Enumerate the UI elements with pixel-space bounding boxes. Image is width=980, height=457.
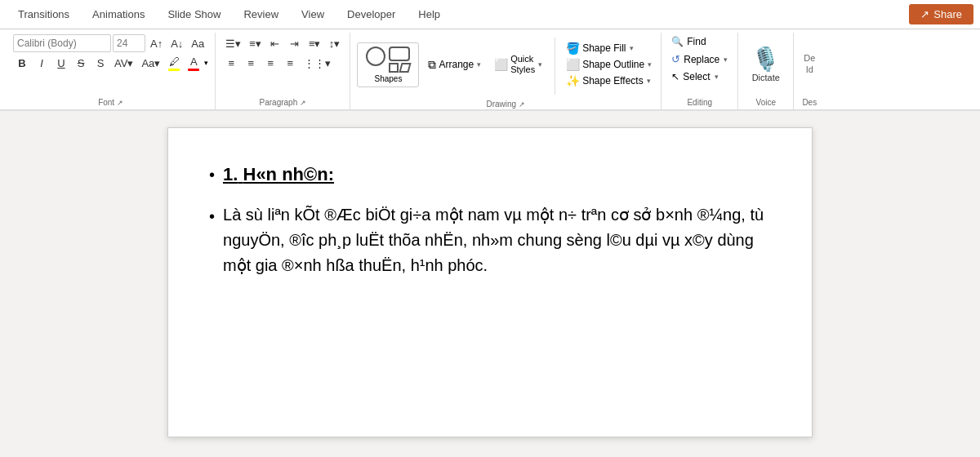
list-item-2: • Là sù liªn kÕt ®Æc biÖt gi÷a một nam v…: [209, 202, 771, 278]
line-spacing-button[interactable]: ↕▾: [325, 34, 343, 52]
designer-group: De Id Des: [794, 33, 825, 109]
para-row-2: ≡ ≡ ≡ ≡ ⋮⋮▾: [222, 54, 334, 72]
arrange-arrow: ▾: [477, 60, 481, 69]
shapes-button[interactable]: Shapes: [357, 42, 419, 87]
editing-group-content: 🔍 Find ↺ Replace ▾ ↖ Select ▾: [668, 34, 731, 96]
arrange-button[interactable]: ⧉ Arrange ▾: [424, 56, 485, 73]
justify-button[interactable]: ≡: [281, 54, 299, 72]
parallelogram-icon: [399, 63, 412, 73]
replace-button[interactable]: ↺ Replace ▾: [668, 51, 731, 67]
shape-effects-arrow: ▾: [647, 77, 651, 85]
quick-styles-button[interactable]: ⬜ Quick Styles ▾: [490, 52, 546, 77]
select-icon: ↖: [671, 71, 679, 82]
align-center-button[interactable]: ≡: [242, 54, 260, 72]
quick-styles-arrow: ▾: [538, 60, 542, 69]
list-level-button[interactable]: ≡▾: [305, 34, 324, 52]
slide[interactable]: • 1. H«n nh©n: • Là sù liªn kÕt ®Æc biÖt…: [167, 127, 813, 437]
numbering-button[interactable]: ≡▾: [246, 34, 265, 52]
tab-help[interactable]: Help: [407, 2, 452, 27]
shape-outline-button[interactable]: ⬜ Shape Outline ▾: [564, 57, 654, 72]
slide-heading: 1. H«n nh©n:: [223, 161, 334, 188]
share-icon: ↗: [920, 8, 929, 20]
select-arrow: ▾: [715, 73, 719, 81]
replace-icon: ↺: [671, 53, 680, 65]
rounded-rect-icon: [389, 47, 410, 61]
align-left-button[interactable]: ≡: [222, 54, 240, 72]
font-expand-icon[interactable]: ↗: [117, 99, 123, 107]
shape-commands: 🪣 Shape Fill ▾ ⬜ Shape Outline ▾ ✨ Shape…: [564, 41, 654, 88]
shape-effects-label: Shape Effects: [582, 75, 644, 87]
increase-font-button[interactable]: A↑: [147, 34, 166, 52]
drawing-group-label: Drawing ↗: [357, 98, 654, 111]
shape-outline-icon: ⬜: [566, 58, 580, 71]
designer-group-label: Des: [800, 96, 818, 109]
arrange-label: Arrange: [439, 59, 474, 70]
drawing-group-content: Shapes ⧉ Arrange ▾ ⬜ Quick Styles ▾: [357, 34, 654, 98]
drawing-group: Shapes ⧉ Arrange ▾ ⬜ Quick Styles ▾: [350, 33, 662, 109]
voice-group-label: Voice: [745, 96, 786, 109]
share-button[interactable]: ↗ Share: [909, 4, 973, 24]
tab-animations[interactable]: Animations: [81, 2, 156, 27]
strikethrough-button[interactable]: S: [72, 54, 90, 72]
microphone-icon: 🎙️: [751, 46, 780, 73]
italic-button[interactable]: I: [33, 54, 51, 72]
bold-button[interactable]: B: [13, 54, 31, 72]
font-group-content: A↑ A↓ Aa B I U S S AV▾ Aa▾ 🖊 A ▾: [13, 34, 208, 96]
tab-transitions[interactable]: Transitions: [7, 2, 81, 27]
more-shapes: [389, 63, 410, 73]
shape-fill-button[interactable]: 🪣 Shape Fill ▾: [564, 41, 654, 55]
highlight-color-button[interactable]: 🖊: [165, 54, 183, 72]
decrease-indent-button[interactable]: ⇤: [266, 34, 284, 52]
para-row-1: ☰▾ ≡▾ ⇤ ⇥ ≡▾ ↕▾: [222, 34, 343, 52]
font-group-label: Font ↗: [13, 96, 208, 109]
tab-review[interactable]: Review: [232, 2, 290, 27]
paragraph-group-label: Paragraph ↗: [222, 96, 343, 109]
paragraph-group: ☰▾ ≡▾ ⇤ ⇥ ≡▾ ↕▾ ≡ ≡ ≡ ≡ ⋮⋮▾ Paragraph ↗: [216, 33, 350, 109]
drawing-expand-icon[interactable]: ↗: [519, 100, 525, 109]
voice-group: 🎙️ Dictate Voice: [738, 33, 794, 109]
find-icon: 🔍: [671, 36, 684, 47]
font-name-input[interactable]: [13, 34, 111, 52]
shape-effects-icon: ✨: [566, 74, 580, 87]
quick-styles-area: ⬜ Quick Styles ▾: [490, 52, 546, 77]
editing-group-label: Editing: [668, 96, 731, 109]
designer-button[interactable]: De Id: [800, 49, 818, 79]
share-label: Share: [933, 8, 962, 20]
shape-effects-button[interactable]: ✨ Shape Effects ▾: [564, 73, 654, 88]
font-row-2: B I U S S AV▾ Aa▾ 🖊 A ▾: [13, 54, 208, 72]
font-color-dropdown[interactable]: ▾: [204, 59, 208, 67]
slide-body: Là sù liªn kÕt ®Æc biÖt gi÷a một nam vµ …: [223, 202, 771, 278]
decrease-font-button[interactable]: A↓: [167, 34, 186, 52]
increase-indent-button[interactable]: ⇥: [286, 34, 304, 52]
arrange-icon: ⧉: [428, 58, 436, 72]
slide-list: • 1. H«n nh©n: • Là sù liªn kÕt ®Æc biÖt…: [209, 161, 771, 278]
font-case-button[interactable]: Aa▾: [138, 54, 163, 72]
font-size-input[interactable]: [113, 34, 145, 52]
shadow-button[interactable]: S: [91, 54, 109, 72]
font-color-button[interactable]: A: [185, 54, 203, 72]
quick-styles-icon: ⬜: [494, 58, 508, 71]
shape-fill-label: Shape Fill: [582, 42, 626, 54]
slide-content: • 1. H«n nh©n: • Là sù liªn kÕt ®Æc biÖt…: [209, 161, 771, 278]
find-label: Find: [687, 36, 706, 47]
tab-developer[interactable]: Developer: [336, 2, 407, 27]
select-button[interactable]: ↖ Select ▾: [668, 69, 721, 84]
shape-outline-arrow: ▾: [648, 60, 652, 69]
paragraph-expand-icon[interactable]: ↗: [300, 99, 306, 107]
shapes-area: Shapes: [357, 42, 419, 87]
bullets-button[interactable]: ☰▾: [222, 34, 244, 52]
dictate-button[interactable]: 🎙️ Dictate: [745, 55, 786, 73]
tab-slideshow[interactable]: Slide Show: [156, 2, 232, 27]
underline-button[interactable]: U: [52, 54, 70, 72]
shape-fill-icon: 🪣: [566, 42, 580, 55]
select-label: Select: [683, 71, 710, 82]
list-item-1: • 1. H«n nh©n:: [209, 161, 771, 188]
shape-outline-label: Shape Outline: [582, 59, 644, 70]
small-rect-icon: [389, 63, 399, 73]
columns-button[interactable]: ⋮⋮▾: [301, 54, 334, 72]
align-right-button[interactable]: ≡: [261, 54, 279, 72]
change-case-button[interactable]: Aa: [188, 34, 207, 52]
character-spacing-button[interactable]: AV▾: [111, 54, 136, 72]
find-button[interactable]: 🔍 Find: [668, 34, 709, 49]
tab-view[interactable]: View: [290, 2, 336, 27]
